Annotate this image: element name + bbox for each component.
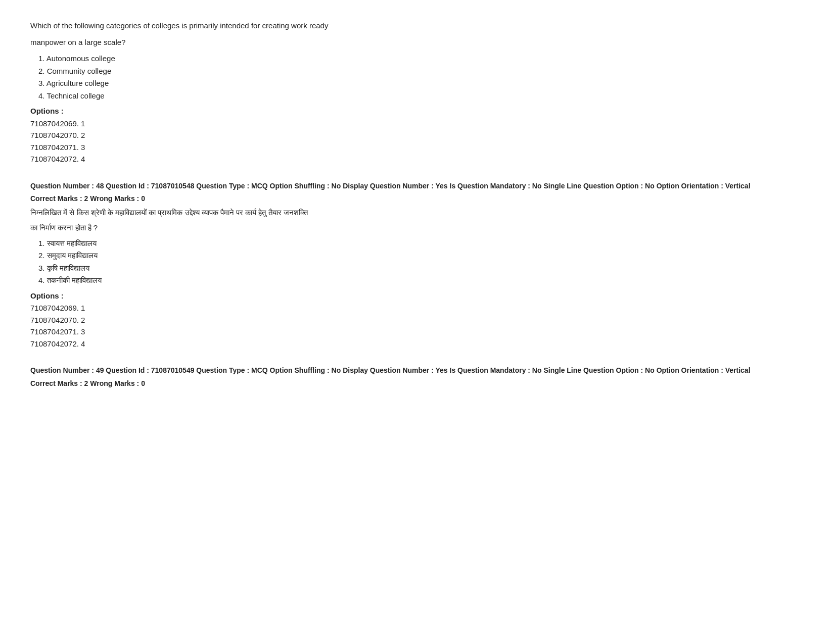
question-47-text-line2: manpower on a large scale? bbox=[30, 37, 804, 48]
question-49-marks: Correct Marks : 2 Wrong Marks : 0 bbox=[30, 378, 804, 389]
question-47-options-label: Options : bbox=[30, 106, 804, 117]
option-id-48-1: 71087042069. 1 bbox=[30, 303, 804, 314]
choice-48-1: 1. स्वायत्त महाविद्यालय bbox=[38, 238, 804, 250]
question-47-option-ids: 71087042069. 1 71087042070. 2 7108704207… bbox=[30, 118, 804, 165]
option-id-47-1: 71087042069. 1 bbox=[30, 118, 804, 130]
option-id-47-2: 71087042070. 2 bbox=[30, 130, 804, 141]
choice-47-3: 3. Agriculture college bbox=[38, 78, 804, 89]
question-48-hindi-line1: निम्नलिखित में से किस श्रेणी के महाविद्य… bbox=[30, 207, 804, 219]
choice-48-4: 4. तकनीकी महाविद्यालय bbox=[38, 275, 804, 286]
question-48-marks: Correct Marks : 2 Wrong Marks : 0 bbox=[30, 193, 804, 204]
question-49-section: Question Number : 49 Question Id : 71087… bbox=[30, 365, 804, 388]
option-id-48-2: 71087042070. 2 bbox=[30, 315, 804, 326]
choice-47-4: 4. Technical college bbox=[38, 90, 804, 102]
question-48-section: Question Number : 48 Question Id : 71087… bbox=[30, 180, 804, 350]
option-id-48-3: 71087042071. 3 bbox=[30, 326, 804, 338]
question-48-options-label: Options : bbox=[30, 290, 804, 302]
choice-48-2: 2. समुदाय महाविद्यालय bbox=[38, 250, 804, 262]
option-id-47-4: 71087042072. 4 bbox=[30, 154, 804, 165]
question-47-text-line1: Which of the following categories of col… bbox=[30, 20, 804, 32]
option-id-48-4: 71087042072. 4 bbox=[30, 338, 804, 350]
choice-47-1: 1. Autonomous college bbox=[38, 53, 804, 65]
question-49-meta: Question Number : 49 Question Id : 71087… bbox=[30, 365, 804, 376]
choice-47-2: 2. Community college bbox=[38, 66, 804, 77]
option-id-47-3: 71087042071. 3 bbox=[30, 142, 804, 154]
question-48-option-ids: 71087042069. 1 71087042070. 2 7108704207… bbox=[30, 303, 804, 350]
question-48-meta: Question Number : 48 Question Id : 71087… bbox=[30, 180, 804, 191]
question-47-section: Which of the following categories of col… bbox=[30, 20, 804, 165]
choice-48-3: 3. कृषि महाविद्यालय bbox=[38, 263, 804, 274]
question-48-choices: 1. स्वायत्त महाविद्यालय 2. समुदाय महाविद… bbox=[38, 238, 804, 286]
question-47-choices: 1. Autonomous college 2. Community colle… bbox=[38, 53, 804, 102]
question-48-hindi-line2: का निर्माण करना होता है ? bbox=[30, 222, 804, 234]
